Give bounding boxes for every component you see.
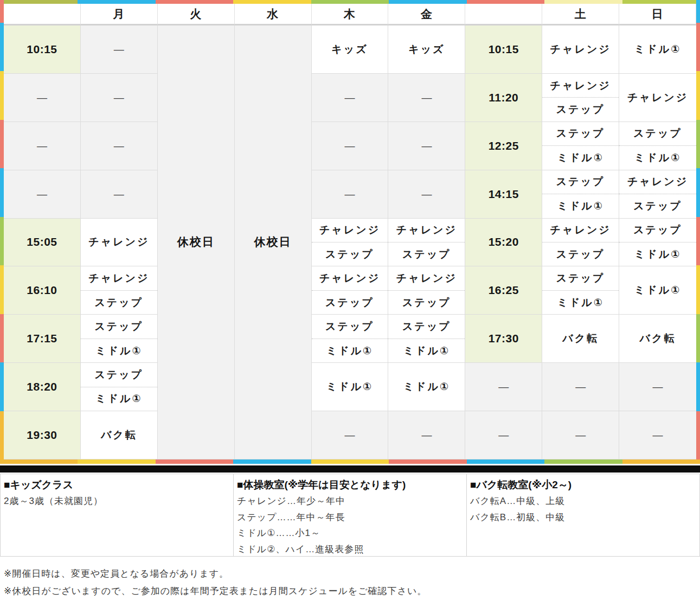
empty-dash: — xyxy=(619,363,696,411)
time-cell: 17:30 xyxy=(465,315,542,363)
empty-dash: — xyxy=(312,411,388,459)
class-cell-double-monday: ステップミドル① xyxy=(81,363,158,411)
frame-color-segment xyxy=(0,23,4,71)
class-cell-empty-monday: — xyxy=(81,25,158,74)
frame-left-border xyxy=(0,0,4,459)
frame-color-segment xyxy=(0,71,4,119)
empty-dash: — xyxy=(388,170,465,218)
frame-right-border xyxy=(696,0,700,459)
time-cell: 16:10 xyxy=(4,266,81,315)
timetable-grid: 月火水木金土日10:15———15:0516:1017:1518:2019:30… xyxy=(4,4,696,459)
class-cell-empty-saturday: — xyxy=(542,363,619,411)
class-cell-empty-saturday: — xyxy=(542,411,619,459)
class-cell-double-saturday: チャレンジステップ xyxy=(542,74,619,122)
frame-color-segment xyxy=(0,0,78,4)
class-label: ステップ xyxy=(81,291,157,314)
class-label: バク転 xyxy=(542,315,619,362)
frame-color-segment xyxy=(544,459,622,464)
frame-color-segment xyxy=(696,71,700,119)
time-cell: 19:30 xyxy=(4,411,81,459)
legend-line: チャレンジ…年少～年中 xyxy=(237,493,463,509)
class-cell-empty-friday: — xyxy=(388,411,465,459)
legend-line: バク転B…初級、中級 xyxy=(470,509,696,526)
class-cell-empty-friday: — xyxy=(388,170,465,219)
legend-title: ■キッズクラス xyxy=(4,477,230,493)
class-label: ステップ xyxy=(388,291,465,314)
class-label: ステップ xyxy=(542,98,619,121)
class-label: チャレンジ xyxy=(542,25,619,73)
legend-title: ■体操教室(※学年は目安となります) xyxy=(237,477,463,493)
class-cell-double-thursday: チャレンジステップ xyxy=(312,219,389,267)
class-cell-empty-sunday: — xyxy=(619,411,696,459)
class-cell-double-thursday: ステップミドル① xyxy=(312,315,389,363)
class-cell-monday: バク転 xyxy=(81,411,158,459)
class-label: キッズ xyxy=(312,25,388,73)
time-cell: 10:15 xyxy=(4,25,81,74)
frame-color-segment xyxy=(0,314,4,362)
class-label: チャレンジ xyxy=(619,74,696,122)
day-header-monday: 月 xyxy=(81,4,158,25)
legend-section-1: ■体操教室(※学年は目安となります)チャレンジ…年少～年中ステップ……年中～年長… xyxy=(234,474,467,556)
class-cell-double-friday: ステップミドル① xyxy=(388,315,465,363)
time-cell: 18:20 xyxy=(4,363,81,411)
time-cell: 15:05 xyxy=(4,219,81,267)
class-cell-double-monday: チャレンジステップ xyxy=(81,266,158,315)
class-cell-empty-monday: — xyxy=(81,122,158,170)
time-cell: 17:15 xyxy=(4,315,81,363)
empty-dash: — xyxy=(4,74,80,122)
class-label: バク転 xyxy=(619,315,696,362)
time-cell-empty: — xyxy=(465,363,542,411)
time-label: 11:20 xyxy=(465,74,542,122)
frame-top-border xyxy=(0,0,700,4)
frame-color-segment xyxy=(311,0,389,4)
class-cell-empty-thursday: — xyxy=(312,170,389,219)
class-cell-double-saturday: ステップミドル① xyxy=(542,122,619,170)
empty-dash: — xyxy=(388,411,465,459)
footnotes: ※開催日時は、変更や定員となる場合があります。※休校日がございますので、ご参加の… xyxy=(4,565,692,600)
class-cell-double-saturday: ステップミドル① xyxy=(542,266,619,315)
class-label: ミドル① xyxy=(542,291,619,314)
class-cell-empty-monday: — xyxy=(81,74,158,122)
legend-line: 2歳～3歳（未就園児） xyxy=(4,493,230,509)
empty-dash: — xyxy=(465,411,542,459)
time-label: 18:20 xyxy=(4,363,80,411)
class-cell-double-sunday: チャレンジステップ xyxy=(619,170,696,219)
empty-dash: — xyxy=(388,74,465,122)
time-label: 10:15 xyxy=(4,25,80,73)
closed-day-cell-wednesday: 休校日 xyxy=(235,25,312,459)
empty-dash: — xyxy=(312,122,388,170)
class-cell-double-friday: チャレンジステップ xyxy=(388,219,465,267)
time-cell-empty: — xyxy=(4,74,81,122)
frame-bottom-border xyxy=(0,459,700,464)
note-line: ※開催日時は、変更や定員となる場合があります。 xyxy=(4,565,692,583)
time-label: 16:10 xyxy=(4,266,80,314)
class-cell-sunday: ミドル① xyxy=(619,25,696,74)
empty-dash: — xyxy=(81,170,157,218)
class-label: ステップ xyxy=(542,266,619,290)
empty-dash: — xyxy=(4,122,80,170)
legend-line: バク転A…中級、上級 xyxy=(470,493,696,509)
class-label: ステップ xyxy=(388,242,465,266)
legend-line: ミドル②、ハイ…進級表参照 xyxy=(237,541,463,558)
time-label: 17:15 xyxy=(4,315,80,362)
frame-color-segment xyxy=(78,0,155,4)
class-cell-saturday: バク転 xyxy=(542,315,619,363)
frame-color-segment xyxy=(0,0,4,23)
class-cell-friday: ミドル① xyxy=(388,363,465,411)
frame-color-segment xyxy=(696,23,700,71)
class-label: ミドル① xyxy=(312,339,388,362)
frame-color-segment xyxy=(467,459,544,464)
class-label: チャレンジ xyxy=(619,170,696,194)
time-cell: 14:15 xyxy=(465,170,542,219)
note-line: ※休校日がございますので、ご参加の際は年間予定表または月間スケジュールをご確認下… xyxy=(4,583,692,600)
class-label: ミドル① xyxy=(619,25,696,73)
time-label: 19:30 xyxy=(4,411,80,459)
frame-color-segment xyxy=(0,459,78,464)
time-label: 15:05 xyxy=(4,219,80,266)
class-cell-empty-thursday: — xyxy=(312,122,389,170)
frame-color-segment xyxy=(156,0,233,4)
class-cell-thursday: ミドル① xyxy=(312,363,389,411)
day-header-thursday: 木 xyxy=(312,4,389,25)
class-label: ステップ xyxy=(619,219,696,242)
class-cell-saturday: チャレンジ xyxy=(542,25,619,74)
